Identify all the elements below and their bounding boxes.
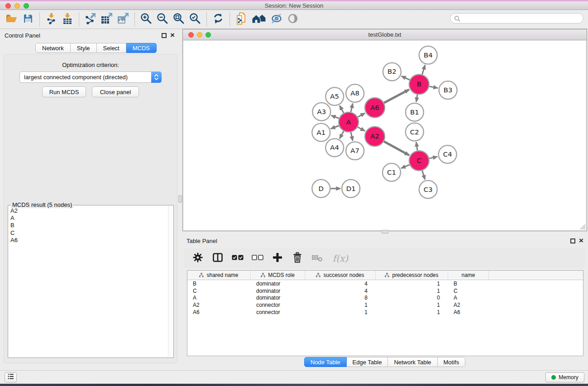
- table-cell[interactable]: A2: [448, 302, 489, 308]
- zoom-selected-button[interactable]: [187, 12, 203, 27]
- tab-mcds[interactable]: MCDS: [126, 43, 157, 53]
- tab-network-table[interactable]: Network Table: [388, 357, 437, 367]
- memory-button[interactable]: Memory: [545, 372, 584, 382]
- table-cell[interactable]: 1: [305, 302, 376, 308]
- network-canvas[interactable]: B4B2BB3A8A5A6A3B1AC2A1A2A4A7C4CC1C3DD1: [184, 41, 586, 230]
- control-panel-float-button[interactable]: [162, 33, 167, 38]
- table-cell[interactable]: 4: [305, 288, 376, 294]
- search-input[interactable]: [460, 14, 583, 23]
- table-cell[interactable]: C: [448, 288, 489, 294]
- column-header-successor-nodes[interactable]: successor nodes: [305, 271, 376, 280]
- open-session-button[interactable]: [4, 12, 20, 27]
- graph-edge-A-A2[interactable]: [358, 127, 365, 131]
- table-cell[interactable]: 1: [305, 309, 376, 315]
- table-cell[interactable]: A: [448, 295, 489, 301]
- table-cell[interactable]: 0: [376, 295, 448, 301]
- import-table-button[interactable]: [59, 12, 76, 27]
- vertical-splitter-handle[interactable]: [381, 230, 389, 234]
- table-row[interactable]: Bdominator41B: [187, 280, 583, 287]
- graph-edge-C-C4[interactable]: [429, 157, 437, 158]
- network-from-clipboard-button[interactable]: [233, 12, 249, 27]
- tab-network[interactable]: Network: [35, 43, 71, 53]
- tab-motifs[interactable]: Motifs: [438, 357, 466, 367]
- table-cell[interactable]: A2: [187, 302, 251, 308]
- table-cell[interactable]: 8: [305, 295, 376, 301]
- graph-edge-C-C2[interactable]: [416, 142, 417, 150]
- tab-style[interactable]: Style: [71, 43, 97, 53]
- close-panel-button[interactable]: Close panel: [92, 86, 139, 97]
- table-settings-button[interactable]: [191, 252, 205, 265]
- graph-edge-A-A5[interactable]: [339, 105, 344, 113]
- table-panel-close-button[interactable]: ×: [579, 238, 583, 243]
- horizontal-splitter-handle[interactable]: [178, 195, 182, 203]
- column-header-predecessor-nodes[interactable]: predecessor nodes: [376, 271, 448, 280]
- tab-edge-table[interactable]: Edge Table: [347, 357, 388, 367]
- graph-edge-B-B4[interactable]: [422, 65, 425, 75]
- graph-edge-A-A7[interactable]: [351, 132, 353, 141]
- table-cell[interactable]: connector: [251, 309, 305, 315]
- window-resize-grip[interactable]: [578, 223, 585, 229]
- save-session-button[interactable]: [20, 12, 36, 27]
- optimization-criterion-dropdown[interactable]: largest connected component (directed): [19, 71, 162, 83]
- graph-edge-A-A1[interactable]: [331, 126, 339, 129]
- import-network-button[interactable]: [43, 12, 59, 27]
- graph-edge-A6-B[interactable]: [384, 90, 409, 103]
- add-column-button[interactable]: [271, 252, 284, 265]
- table-cell[interactable]: 1: [376, 302, 448, 308]
- zoom-out-button[interactable]: [154, 12, 171, 27]
- table-cell[interactable]: A6: [448, 309, 489, 315]
- show-columns-button[interactable]: [211, 252, 225, 265]
- mcds-result-item[interactable]: A6: [10, 237, 168, 244]
- graph-edge-A-A6[interactable]: [358, 113, 365, 117]
- table-cell[interactable]: C: [187, 288, 251, 294]
- mcds-result-item[interactable]: B: [10, 222, 168, 229]
- table-cell[interactable]: B: [448, 281, 489, 287]
- delete-column-button[interactable]: [291, 252, 304, 265]
- export-image-button[interactable]: [115, 12, 131, 27]
- table-cell[interactable]: A: [187, 295, 251, 301]
- table-cell[interactable]: dominator: [251, 295, 305, 301]
- table-row[interactable]: A2connector11A2: [187, 301, 583, 309]
- graph-edge-C-C3[interactable]: [422, 171, 425, 180]
- deselect-all-button[interactable]: [251, 252, 264, 265]
- table-cell[interactable]: dominator: [251, 288, 305, 294]
- table-cell[interactable]: 1: [376, 309, 448, 315]
- mcds-result-item[interactable]: C: [10, 229, 168, 237]
- mcds-result-scrollbar[interactable]: [168, 206, 173, 357]
- tab-select[interactable]: Select: [97, 43, 126, 53]
- hide-graphics-details-button[interactable]: [268, 12, 285, 27]
- table-row[interactable]: Adominator80A: [187, 295, 583, 302]
- table-cell[interactable]: dominator: [251, 281, 305, 287]
- zoom-fit-button[interactable]: [171, 12, 187, 27]
- graph-edge-A2-C[interactable]: [384, 142, 409, 156]
- table-cell[interactable]: B: [187, 281, 251, 287]
- table-row[interactable]: A6connector11A6: [187, 309, 583, 316]
- graph-edge-B-B1[interactable]: [416, 95, 418, 102]
- graph-edge-A-A4[interactable]: [339, 131, 344, 138]
- control-panel-close-button[interactable]: ×: [170, 33, 175, 38]
- table-cell[interactable]: 4: [305, 281, 376, 287]
- graph-edge-A-A3[interactable]: [331, 115, 339, 119]
- table-cell[interactable]: A6: [187, 309, 251, 315]
- export-network-button[interactable]: [82, 12, 99, 27]
- column-header-shared-name[interactable]: shared name: [187, 271, 251, 280]
- export-table-button[interactable]: [99, 12, 115, 27]
- select-all-button[interactable]: [231, 252, 244, 265]
- column-header-MCDS-role[interactable]: MCDS role: [251, 271, 305, 280]
- table-cell[interactable]: 1: [376, 288, 448, 294]
- graph-edge-B-B3[interactable]: [429, 86, 438, 88]
- table-panel-float-button[interactable]: [570, 238, 575, 243]
- task-history-button[interactable]: [5, 372, 17, 382]
- show-eye-button[interactable]: [285, 12, 301, 27]
- graph-edge-C-C1[interactable]: [401, 165, 410, 168]
- table-cell[interactable]: 1: [376, 281, 448, 287]
- table-row[interactable]: Cdominator41C: [187, 287, 583, 295]
- delete-table-button[interactable]: [311, 252, 324, 265]
- graph-edge-A-A8[interactable]: [351, 104, 353, 112]
- tab-node-table[interactable]: Node Table: [304, 357, 347, 367]
- run-mcds-button[interactable]: Run MCDS: [42, 86, 86, 97]
- zoom-in-button[interactable]: [138, 12, 154, 27]
- column-header-name[interactable]: name: [448, 271, 489, 280]
- mcds-result-item[interactable]: A: [10, 214, 168, 222]
- mcds-result-item[interactable]: A2: [10, 207, 168, 214]
